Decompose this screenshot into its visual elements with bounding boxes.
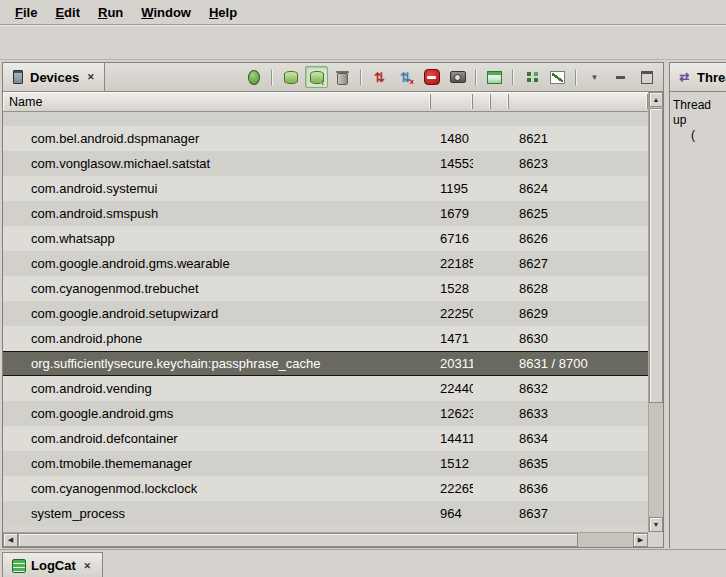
logcat-bar: LogCat ✕ bbox=[0, 549, 726, 577]
com.android.phone[interactable]: com.android.phone 1471 8630 bbox=[3, 326, 648, 351]
process-name: com.vonglasow.michael.satstat bbox=[3, 156, 431, 171]
com.android.systemui[interactable]: com.android.systemui 1195 8624 bbox=[3, 176, 648, 201]
process-pid: 14411 bbox=[431, 431, 473, 446]
separator bbox=[512, 69, 514, 86]
debug-process-icon[interactable] bbox=[242, 66, 265, 88]
column-header-2[interactable] bbox=[473, 92, 491, 111]
update-threads-icon[interactable] bbox=[368, 66, 391, 88]
menubar: File Edit Run Window Help bbox=[0, 0, 726, 25]
tree-view-icon[interactable] bbox=[520, 66, 543, 88]
process-port: 8628 bbox=[509, 281, 648, 296]
menu-item-help[interactable]: Help bbox=[200, 2, 246, 23]
process-name: com.android.smspush bbox=[3, 206, 431, 221]
scroll-left-button[interactable]: ◀ bbox=[3, 533, 18, 547]
menu-item-run[interactable]: Run bbox=[89, 2, 132, 23]
main-toolbar bbox=[0, 25, 726, 60]
tab-devices[interactable]: Devices ✕ bbox=[3, 63, 105, 91]
process-name: org.sufficientlysecure.keychain:passphra… bbox=[3, 356, 431, 371]
cause-gc-icon[interactable] bbox=[331, 66, 354, 88]
com.cyanogenmod.trebuchet[interactable]: com.cyanogenmod.trebuchet 1528 8628 bbox=[3, 276, 648, 301]
horizontal-scroll-track[interactable] bbox=[18, 533, 633, 547]
com.android.vending[interactable]: com.android.vending 22440 8632 bbox=[3, 376, 648, 401]
org.sufficientlysecure.keychain:passphrase_cache[interactable]: org.sufficientlysecure.keychain:passphra… bbox=[3, 351, 648, 376]
pixel-perfect-icon[interactable] bbox=[546, 66, 569, 88]
tab-threads-label: Threads bbox=[697, 70, 726, 85]
minimize-icon[interactable] bbox=[609, 66, 632, 88]
process-pid: 1679 bbox=[431, 206, 473, 221]
scrollbar-corner bbox=[648, 532, 663, 547]
column-header-port[interactable] bbox=[509, 92, 648, 111]
vertical-scroll-column: ▲ ▼ bbox=[648, 92, 663, 547]
process-pid: 22185 bbox=[431, 256, 473, 271]
system_process[interactable]: system_process 964 8637 bbox=[3, 501, 648, 526]
column-header-pid[interactable] bbox=[431, 92, 473, 111]
devices-panel: Devices ✕ bbox=[2, 62, 664, 548]
process-port: 8625 bbox=[509, 206, 648, 221]
com.bel.android.dspmanager[interactable]: com.bel.android.dspmanager 1480 8621 bbox=[3, 126, 648, 151]
logcat-icon bbox=[11, 558, 26, 573]
column-header-3[interactable] bbox=[491, 92, 509, 111]
process-pid: 964 bbox=[431, 506, 473, 521]
separator bbox=[475, 69, 477, 86]
com.whatsapp[interactable]: com.whatsapp 6716 8626 bbox=[3, 226, 648, 251]
table-body: com.bel.android.dspmanager 1480 8621 com… bbox=[3, 112, 648, 532]
start-method-profiling-icon[interactable] bbox=[394, 66, 417, 88]
com.android.smspush[interactable]: com.android.smspush 1679 8625 bbox=[3, 201, 648, 226]
process-pid: 6716 bbox=[431, 231, 473, 246]
tab-logcat[interactable]: LogCat ✕ bbox=[2, 552, 103, 577]
process-port: 8631 / 8700 bbox=[509, 356, 648, 371]
dump-hprof-icon[interactable] bbox=[305, 66, 328, 88]
vertical-scroll-track[interactable] bbox=[649, 107, 663, 517]
threads-icon bbox=[677, 70, 692, 85]
update-heap-icon[interactable] bbox=[279, 66, 302, 88]
horizontal-scrollbar[interactable]: ◀ ▶ bbox=[3, 532, 648, 547]
process-port: 8635 bbox=[509, 456, 648, 471]
process-pid: 12623 bbox=[431, 406, 473, 421]
com.android.defcontainer[interactable]: com.android.defcontainer 14411 8634 bbox=[3, 426, 648, 451]
view-menu-icon[interactable] bbox=[583, 66, 606, 88]
process-pid: 22250 bbox=[431, 306, 473, 321]
process-pid: 1512 bbox=[431, 456, 473, 471]
process-pid: 14553 bbox=[431, 156, 473, 171]
com.google.android.gms.wearable[interactable]: com.google.android.gms.wearable 22185 86… bbox=[3, 251, 648, 276]
close-icon[interactable]: ✕ bbox=[84, 71, 97, 84]
process-pid: 22440 bbox=[431, 381, 473, 396]
com.tmobile.thememanager[interactable]: com.tmobile.thememanager 1512 8635 bbox=[3, 451, 648, 476]
process-port: 8636 bbox=[509, 481, 648, 496]
maximize-icon[interactable] bbox=[635, 66, 658, 88]
tab-threads[interactable]: Threads bbox=[670, 63, 726, 91]
screen-capture-icon[interactable] bbox=[446, 66, 469, 88]
scroll-down-button[interactable]: ▼ bbox=[649, 517, 663, 532]
threads-message-line1: Thread up bbox=[673, 98, 724, 128]
separator bbox=[575, 69, 577, 86]
horizontal-scroll-thumb[interactable] bbox=[18, 533, 578, 547]
process-pid: 20311 bbox=[431, 356, 473, 371]
menu-item-edit[interactable]: Edit bbox=[46, 2, 89, 23]
process-name: com.google.android.gms bbox=[3, 406, 431, 421]
app-window: File Edit Run Window Help Devices ✕ bbox=[0, 0, 726, 577]
process-name: com.cyanogenmod.lockclock bbox=[3, 481, 431, 496]
column-header-name-label: Name bbox=[9, 95, 42, 109]
process-table: Name com.bel.android.dspmanager 14 bbox=[3, 92, 648, 547]
process-pid: 1528 bbox=[431, 281, 473, 296]
menu-item-file[interactable]: File bbox=[6, 2, 46, 23]
stop-process-icon[interactable] bbox=[420, 66, 443, 88]
vertical-scroll-thumb[interactable] bbox=[649, 108, 663, 403]
separator bbox=[360, 69, 362, 86]
com.vonglasow.michael.satstat[interactable]: com.vonglasow.michael.satstat 14553 8623 bbox=[3, 151, 648, 176]
column-header-name[interactable]: Name bbox=[3, 92, 431, 111]
hierarchy-view-icon[interactable] bbox=[483, 66, 506, 88]
scroll-up-button[interactable]: ▲ bbox=[649, 92, 663, 107]
menu-item-window[interactable]: Window bbox=[132, 2, 200, 23]
scroll-right-button[interactable]: ▶ bbox=[633, 533, 648, 547]
process-port: 8634 bbox=[509, 431, 648, 446]
close-icon[interactable]: ✕ bbox=[81, 559, 94, 572]
com.google.android.setupwizard[interactable]: com.google.android.setupwizard 22250 862… bbox=[3, 301, 648, 326]
vertical-scrollbar[interactable]: ▲ ▼ bbox=[648, 92, 663, 532]
process-port: 8627 bbox=[509, 256, 648, 271]
com.google.android.gms[interactable]: com.google.android.gms 12623 8633 bbox=[3, 401, 648, 426]
com.cyanogenmod.lockclock[interactable]: com.cyanogenmod.lockclock 22265 8636 bbox=[3, 476, 648, 501]
process-pid: 22265 bbox=[431, 481, 473, 496]
process-port: 8629 bbox=[509, 306, 648, 321]
process-name: com.android.systemui bbox=[3, 181, 431, 196]
